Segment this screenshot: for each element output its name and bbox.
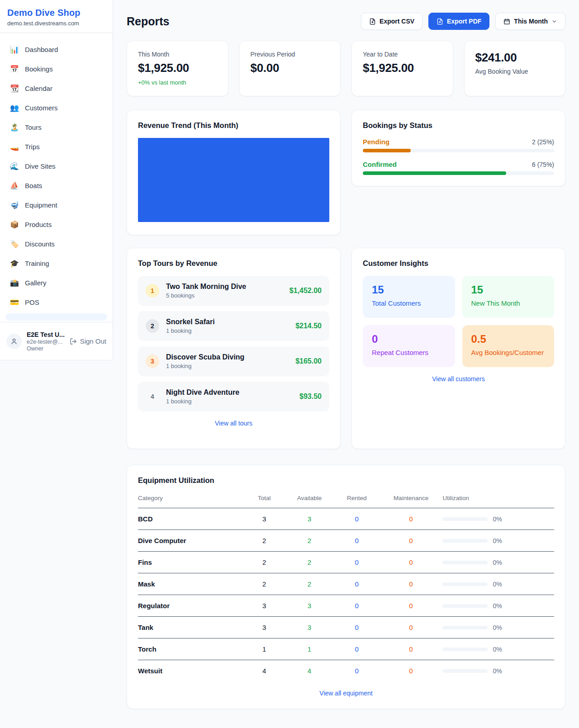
products-icon: 📦 xyxy=(10,220,19,229)
table-row: Wetsuit 4 4 0 0 0% xyxy=(138,660,554,682)
stat-card-avg-booking-value: $241.00 Avg Booking Value xyxy=(464,41,566,96)
pending-bar-track xyxy=(363,149,554,152)
pos-icon: 💳 xyxy=(10,298,19,307)
customers-icon: 👥 xyxy=(10,104,19,112)
file-download-icon xyxy=(369,18,376,25)
sidebar-item-dashboard[interactable]: 📊Dashboard xyxy=(5,41,108,57)
export-csv-button[interactable]: Export CSV xyxy=(361,13,422,30)
tour-list-item: 3 Discover Scuba Diving 1 booking $165.0… xyxy=(138,346,329,376)
boats-icon: ⛵ xyxy=(10,181,19,190)
training-icon: 🎓 xyxy=(10,259,19,268)
utilization-bar xyxy=(442,539,488,543)
sidebar-item-calendar[interactable]: 📆Calendar xyxy=(5,80,108,96)
sidebar-item-dive-sites[interactable]: 🌊Dive Sites xyxy=(5,158,108,174)
pending-bar-fill xyxy=(363,149,411,152)
stat-card-previous-period: Previous Period $0.00 xyxy=(239,41,341,96)
header-actions: Export CSV Export PDF This Month xyxy=(361,13,565,30)
sidebar-item-tours[interactable]: 🏝️Tours xyxy=(5,119,108,135)
revenue-trend-card: Revenue Trend (This Month) xyxy=(127,110,341,235)
revenue-trend-title: Revenue Trend (This Month) xyxy=(138,121,329,130)
chevron-down-icon xyxy=(551,19,557,24)
sidebar-item-products[interactable]: 📦Products xyxy=(5,216,108,232)
user-role: Owner xyxy=(27,345,65,352)
rank-badge: 2 xyxy=(146,319,159,333)
table-row: BCD 3 3 0 0 0% xyxy=(138,508,554,530)
utilization-bar xyxy=(442,604,488,608)
status-row-pending: Pending 2 (25%) xyxy=(363,138,554,152)
equipment-utilization-card: Equipment Utilization Category Total Ava… xyxy=(127,465,565,709)
shop-name: Demo Dive Shop xyxy=(7,8,105,18)
shop-domain: demo.test.divestreams.com xyxy=(7,20,105,27)
discounts-icon: 🏷️ xyxy=(10,240,19,248)
tour-list: 1 Two Tank Morning Dive 5 bookings $1,45… xyxy=(138,276,329,411)
insight-tile-repeat-customers: 0 Repeat Customers xyxy=(363,325,455,367)
tour-list-item: 1 Two Tank Morning Dive 5 bookings $1,45… xyxy=(138,276,329,306)
confirmed-bar-fill xyxy=(363,171,506,175)
page-header: Reports Export CSV Export PDF This Month xyxy=(127,13,565,30)
sidebar-nav: 📊Dashboard 📅Bookings 📆Calendar 👥Customer… xyxy=(0,33,113,321)
mid-row: Top Tours by Revenue 1 Two Tank Morning … xyxy=(127,248,565,449)
stat-card-this-month: This Month $1,925.00 +0% vs last month xyxy=(127,41,228,96)
rank-badge: 1 xyxy=(146,284,159,298)
user-email: e2e-tester@... xyxy=(27,339,65,345)
avatar xyxy=(6,334,22,349)
table-row: Tank 3 3 0 0 0% xyxy=(138,617,554,638)
utilization-bar xyxy=(442,561,488,564)
sign-out-button[interactable]: Sign Out xyxy=(70,337,106,345)
sidebar-item-bookings[interactable]: 📅Bookings xyxy=(5,61,108,77)
bookings-by-status-title: Bookings by Status xyxy=(363,121,554,130)
tour-list-item: 4 Night Dive Adventure 1 booking $93.50 xyxy=(138,382,329,411)
equipment-icon: 🤿 xyxy=(10,201,19,209)
calendar-icon: 📆 xyxy=(10,84,19,93)
charts-row: Revenue Trend (This Month) Bookings by S… xyxy=(127,110,565,235)
sidebar-item-pos[interactable]: 💳POS xyxy=(5,294,108,310)
logout-icon xyxy=(70,338,77,345)
export-pdf-button[interactable]: Export PDF xyxy=(428,13,489,30)
utilization-bar xyxy=(442,648,488,651)
person-icon xyxy=(10,337,18,345)
sidebar-item-reports-highlight[interactable] xyxy=(5,313,107,321)
period-selector-dropdown[interactable]: This Month xyxy=(495,13,565,30)
top-tours-title: Top Tours by Revenue xyxy=(138,259,329,268)
gallery-icon: 📸 xyxy=(10,279,19,287)
dive-sites-icon: 🌊 xyxy=(10,162,19,170)
user-meta: E2E Test U... e2e-tester@... Owner xyxy=(27,331,65,352)
file-download-icon xyxy=(437,18,443,25)
top-tours-card: Top Tours by Revenue 1 Two Tank Morning … xyxy=(127,248,341,449)
confirmed-bar-track xyxy=(363,171,554,175)
table-row: Regulator 3 3 0 0 0% xyxy=(138,595,554,617)
insight-tile-total-customers: 15 Total Customers xyxy=(363,276,455,318)
view-all-tours-link[interactable]: View all tours xyxy=(138,420,329,427)
main-content: Reports Export CSV Export PDF This Month… xyxy=(113,0,579,725)
sidebar-item-training[interactable]: 🎓Training xyxy=(5,255,108,271)
sidebar: Demo Dive Shop demo.test.divestreams.com… xyxy=(0,0,113,360)
bookings-by-status-card: Bookings by Status Pending 2 (25%) Confi… xyxy=(351,110,565,186)
calendar-icon xyxy=(503,18,510,25)
utilization-bar xyxy=(442,582,488,586)
rank-badge: 4 xyxy=(146,390,159,403)
sidebar-item-customers[interactable]: 👥Customers xyxy=(5,99,108,116)
tour-list-item: 2 Snorkel Safari 1 booking $214.50 xyxy=(138,311,329,341)
view-all-equipment-link[interactable]: View all equipment xyxy=(138,690,554,697)
sidebar-item-trips[interactable]: 🚤Trips xyxy=(5,138,108,155)
sidebar-item-discounts[interactable]: 🏷️Discounts xyxy=(5,236,108,252)
sidebar-item-boats[interactable]: ⛵Boats xyxy=(5,177,108,194)
trips-icon: 🚤 xyxy=(10,142,19,151)
sidebar-item-gallery[interactable]: 📸Gallery xyxy=(5,274,108,291)
user-panel: E2E Test U... e2e-tester@... Owner Sign … xyxy=(0,322,113,360)
utilization-bar xyxy=(442,517,488,521)
customer-insights-title: Customer Insights xyxy=(363,259,554,268)
tours-icon: 🏝️ xyxy=(10,123,19,132)
table-row: Torch 1 1 0 0 0% xyxy=(138,638,554,660)
utilization-bar xyxy=(442,669,488,673)
table-row: Dive Computer 2 2 0 0 0% xyxy=(138,530,554,552)
view-all-customers-link[interactable]: View all customers xyxy=(363,375,554,383)
status-row-confirmed: Confirmed 6 (75%) xyxy=(363,161,554,175)
stat-card-year-to-date: Year to Date $1,925.00 xyxy=(351,41,453,96)
customer-insights-card: Customer Insights 15 Total Customers 15 … xyxy=(351,248,565,449)
stats-row: This Month $1,925.00 +0% vs last month P… xyxy=(127,41,565,96)
user-name: E2E Test U... xyxy=(27,331,65,338)
equipment-utilization-title: Equipment Utilization xyxy=(138,476,554,485)
sidebar-item-equipment[interactable]: 🤿Equipment xyxy=(5,197,108,213)
insight-tile-avg-bookings: 0.5 Avg Bookings/Customer xyxy=(462,325,555,367)
